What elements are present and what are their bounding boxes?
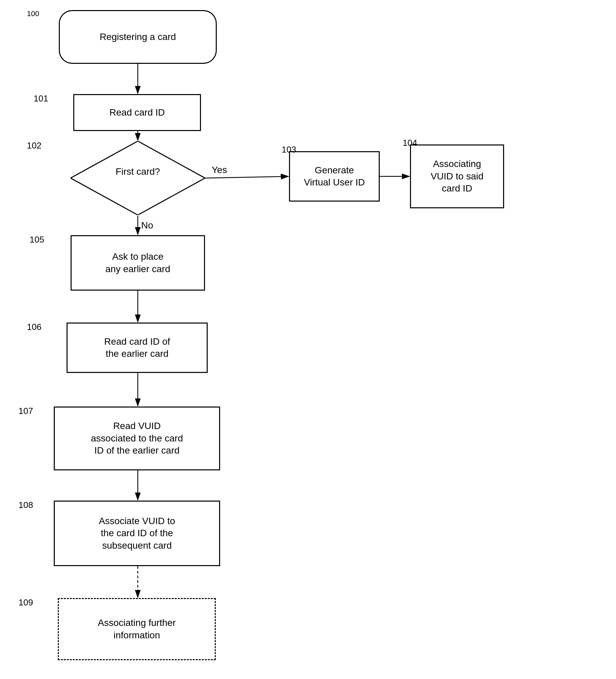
node-107-label: Read VUID associated to the card ID of t… bbox=[91, 420, 183, 457]
diamond-svg: First card? bbox=[70, 141, 205, 215]
ref-108: 108 bbox=[19, 500, 33, 510]
ref-109: 109 bbox=[19, 597, 33, 608]
node-106: Read card ID of the earlier card bbox=[66, 323, 208, 373]
ref-106: 106 bbox=[27, 322, 41, 332]
node-101: Read card ID bbox=[73, 94, 201, 131]
ref-103: 103 bbox=[282, 144, 296, 155]
node-108: Associate VUID to the card ID of the sub… bbox=[54, 500, 220, 566]
flowchart: Yes No Registering a card 100 Read card … bbox=[0, 0, 616, 679]
node-109: Associating further information bbox=[58, 598, 216, 660]
node-107: Read VUID associated to the card ID of t… bbox=[54, 407, 220, 471]
svg-line-2 bbox=[205, 176, 288, 178]
node-104-label: Associating VUID to said card ID bbox=[431, 158, 483, 195]
node-100: Registering a card bbox=[59, 10, 217, 64]
node-102-diamond: First card? bbox=[70, 141, 205, 215]
node-106-label: Read card ID of the earlier card bbox=[104, 336, 170, 360]
node-101-label: Read card ID bbox=[110, 106, 165, 119]
node-103: Generate Virtual User ID bbox=[289, 151, 380, 202]
node-105-label: Ask to place any earlier card bbox=[105, 251, 171, 275]
no-label: No bbox=[141, 220, 153, 230]
node-104: Associating VUID to said card ID bbox=[410, 144, 504, 208]
svg-marker-10 bbox=[70, 141, 205, 215]
ref-102: 102 bbox=[27, 140, 41, 151]
node-103-label: Generate Virtual User ID bbox=[304, 164, 365, 189]
svg-text:First card?: First card? bbox=[116, 166, 160, 177]
ref-100: 100 bbox=[27, 9, 39, 18]
ref-104: 104 bbox=[403, 138, 417, 148]
ref-107: 107 bbox=[19, 406, 33, 416]
node-105: Ask to place any earlier card bbox=[70, 235, 205, 291]
node-100-label: Registering a card bbox=[99, 31, 176, 43]
ref-101: 101 bbox=[34, 93, 48, 104]
node-108-label: Associate VUID to the card ID of the sub… bbox=[99, 515, 175, 552]
ref-105: 105 bbox=[30, 234, 44, 245]
yes-label: Yes bbox=[212, 165, 227, 175]
node-109-label: Associating further information bbox=[98, 617, 176, 641]
